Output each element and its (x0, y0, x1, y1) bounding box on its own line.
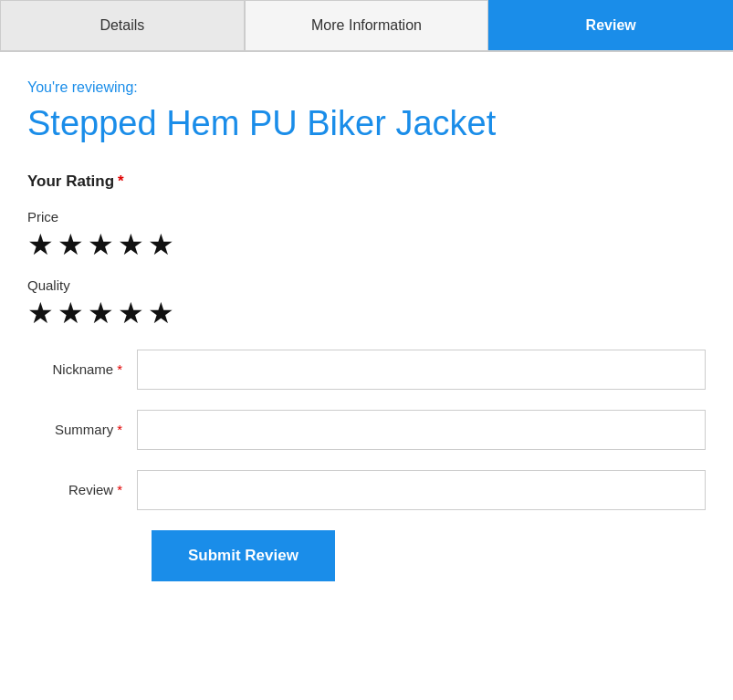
tab-review[interactable]: Review (488, 0, 733, 50)
summary-row: Summary* (27, 410, 706, 450)
review-row: Review* (27, 470, 706, 510)
tabs-container: Details More Information Review (0, 0, 733, 52)
review-content: You're reviewing: Stepped Hem PU Biker J… (0, 52, 733, 618)
review-form: Nickname* Summary* Review* Submit Review (27, 350, 706, 581)
nickname-input[interactable] (137, 350, 706, 390)
your-rating-label: Your Rating (27, 172, 114, 190)
nickname-row: Nickname* (27, 350, 706, 390)
price-rating-section: Price ★★★★★ (27, 209, 706, 259)
quality-label: Quality (27, 277, 706, 293)
summary-input[interactable] (137, 410, 706, 450)
summary-required: * (117, 422, 122, 437)
your-rating-heading: Your Rating* (27, 172, 706, 191)
product-title: Stepped Hem PU Biker Jacket (27, 103, 706, 145)
review-input[interactable] (137, 470, 706, 510)
tab-details[interactable]: Details (0, 0, 245, 50)
quality-stars[interactable]: ★★★★★ (27, 298, 706, 328)
submit-review-button[interactable]: Submit Review (152, 530, 335, 581)
price-stars[interactable]: ★★★★★ (27, 230, 706, 259)
summary-label: Summary* (27, 422, 137, 437)
nickname-required: * (117, 361, 122, 377)
nickname-label: Nickname* (27, 361, 137, 377)
review-required: * (117, 482, 122, 497)
tab-more-information[interactable]: More Information (245, 0, 489, 50)
quality-rating-section: Quality ★★★★★ (27, 277, 706, 328)
reviewing-label: You're reviewing: (27, 79, 706, 96)
your-rating-required: * (118, 172, 124, 190)
review-label: Review* (27, 482, 137, 497)
price-label: Price (27, 209, 706, 225)
